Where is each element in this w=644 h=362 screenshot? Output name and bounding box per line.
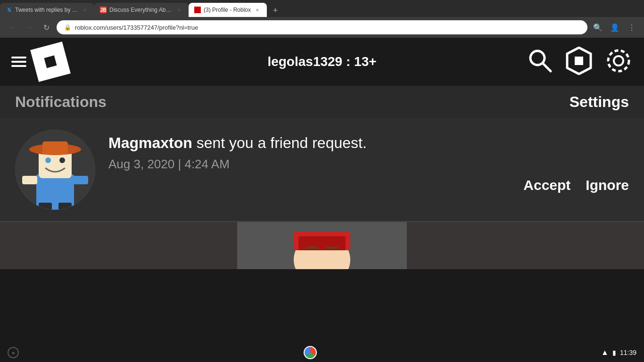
svg-rect-21 <box>305 247 319 249</box>
new-tab-button[interactable]: + <box>269 4 282 17</box>
tab-jailbreak-close[interactable]: × <box>175 6 183 14</box>
lock-icon: 🔒 <box>64 24 71 31</box>
notification-content: Magmaxton sent you a friend request. Aug… <box>108 130 629 193</box>
second-notification-partial <box>0 222 644 269</box>
notification-card: Magmaxton sent you a friend request. Aug… <box>0 118 644 222</box>
search-icon[interactable] <box>527 48 553 76</box>
svg-rect-10 <box>42 141 68 155</box>
svg-rect-22 <box>325 247 339 249</box>
svg-point-12 <box>59 157 65 163</box>
hamburger-line-3 <box>11 65 26 67</box>
search-button[interactable]: 🔍 <box>591 21 604 34</box>
hamburger-line-2 <box>11 61 26 63</box>
svg-rect-16 <box>58 203 72 210</box>
sender-name[interactable]: Magmaxton <box>108 134 192 151</box>
tab-roblox-title: (3) Profile - Roblox <box>204 7 251 13</box>
browser-tabs-bar: 𝕏 Tweets with replies by asimo30... × JB… <box>0 0 644 17</box>
username-text: legolas1329 <box>267 54 342 69</box>
svg-rect-20 <box>298 236 346 250</box>
svg-rect-13 <box>22 176 37 184</box>
notification-header-bar: Notifications Settings <box>0 86 644 118</box>
svg-point-11 <box>45 157 51 163</box>
roblox-header: legolas1329 : 13+ <box>0 38 644 86</box>
menu-button[interactable]: ⋮ <box>625 21 638 34</box>
back-button[interactable]: ← <box>6 21 19 34</box>
notification-message: Magmaxton sent you a friend request. <box>108 133 629 153</box>
sender-avatar[interactable] <box>15 130 95 210</box>
forward-button[interactable]: → <box>23 21 36 34</box>
settings-link[interactable]: Settings <box>570 93 629 111</box>
notification-timestamp: Aug 3, 2020 | 4:24 AM <box>108 157 629 172</box>
hamburger-menu[interactable] <box>11 57 26 67</box>
tab-twitter-close[interactable]: × <box>81 6 89 14</box>
roblox-logo[interactable] <box>34 45 67 78</box>
second-avatar-partial <box>237 222 407 269</box>
notification-actions: Accept Ignore <box>108 177 629 193</box>
taskbar-left: ○ <box>8 347 19 358</box>
svg-point-4 <box>614 56 623 66</box>
accept-button[interactable]: Accept <box>523 177 570 193</box>
roblox-favicon <box>194 7 201 13</box>
message-text: sent you a friend request. <box>192 134 367 151</box>
reload-button[interactable]: ↻ <box>40 21 53 34</box>
start-circle: ○ <box>8 347 19 358</box>
tab-jailbreak[interactable]: JB Discuss Everything About Jailbr... × <box>94 3 189 17</box>
twitter-favicon: 𝕏 <box>6 7 12 13</box>
tab-jailbreak-title: Discuss Everything About Jailbr... <box>109 7 173 13</box>
header-icons <box>527 47 633 77</box>
chrome-taskbar-icon[interactable] <box>304 346 317 359</box>
gear-icon[interactable] <box>604 47 633 77</box>
header-username: legolas1329 : 13+ <box>267 54 376 69</box>
taskbar: ○ ▲ ▮ 11:39 <box>0 343 644 362</box>
address-bar[interactable]: 🔒 roblox.com/users/1733577247/profile?nl… <box>57 20 587 34</box>
clock: 11:39 <box>620 349 636 356</box>
browser-chrome: 𝕏 Tweets with replies by asimo30... × JB… <box>0 0 644 38</box>
svg-rect-14 <box>73 176 88 184</box>
tab-twitter[interactable]: 𝕏 Tweets with replies by asimo30... × <box>0 3 94 17</box>
svg-point-5 <box>608 50 629 71</box>
taskbar-center <box>304 346 317 359</box>
svg-rect-3 <box>575 57 583 65</box>
battery-icon: ▮ <box>612 349 616 356</box>
svg-rect-15 <box>39 203 52 210</box>
url-text: roblox.com/users/1733577247/profile?nl=t… <box>75 24 580 31</box>
taskbar-right: ▲ ▮ 11:39 <box>601 348 636 357</box>
tab-roblox-close[interactable]: × <box>254 6 261 14</box>
notifications-title: Notifications <box>15 93 107 111</box>
ignore-button[interactable]: Ignore <box>586 177 629 193</box>
roblox-page: legolas1329 : 13+ <box>0 38 644 362</box>
tab-roblox[interactable]: (3) Profile - Roblox × <box>189 3 267 17</box>
wifi-icon: ▲ <box>601 348 609 357</box>
robux-icon[interactable] <box>565 47 593 77</box>
profile-button[interactable]: 👤 <box>608 21 621 34</box>
svg-line-1 <box>543 63 551 71</box>
hamburger-line-1 <box>11 57 26 58</box>
jb-favicon: JB <box>100 7 107 13</box>
age-label: : 13+ <box>346 54 377 69</box>
tab-twitter-title: Tweets with replies by asimo30... <box>15 7 78 13</box>
browser-toolbar: ← → ↻ 🔒 roblox.com/users/1733577247/prof… <box>0 17 644 38</box>
